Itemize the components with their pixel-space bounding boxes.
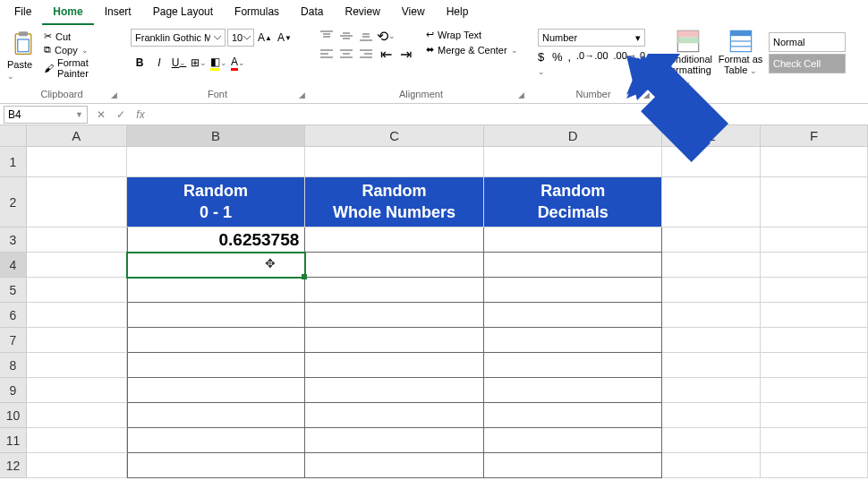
cell-b8[interactable] <box>127 353 306 378</box>
cell-f10[interactable] <box>761 403 868 428</box>
tab-help[interactable]: Help <box>436 0 480 25</box>
cell-b12[interactable] <box>127 453 306 478</box>
wrap-text-button[interactable]: ↩Wrap Text <box>426 29 518 40</box>
cell-d2[interactable]: Random Decimals <box>484 177 663 227</box>
row-header-11[interactable]: 11 <box>0 428 27 453</box>
cell-c10[interactable] <box>305 403 484 428</box>
col-header-a[interactable]: A <box>27 125 127 147</box>
alignment-dialog-launcher[interactable]: ◢ <box>518 90 529 101</box>
cell-e12[interactable] <box>662 453 761 478</box>
italic-button[interactable]: I <box>150 54 168 72</box>
cell-a12[interactable] <box>27 453 127 478</box>
cell-b11[interactable] <box>127 428 306 453</box>
tab-home[interactable]: Home <box>42 0 93 25</box>
cell-d10[interactable] <box>484 403 663 428</box>
number-format-select[interactable]: Number▾ <box>538 29 645 47</box>
cell-d1[interactable] <box>484 147 663 177</box>
row-header-12[interactable]: 12 <box>0 453 27 478</box>
cell-a9[interactable] <box>27 378 127 403</box>
col-header-e[interactable]: E <box>662 125 761 147</box>
underline-button[interactable]: U <box>170 54 188 72</box>
comma-button[interactable]: , <box>567 50 571 77</box>
merge-center-button[interactable]: ⬌Merge & Center <box>426 44 518 56</box>
cell-e3[interactable] <box>662 227 761 253</box>
cell-e4[interactable] <box>662 253 761 278</box>
align-bottom-button[interactable] <box>358 29 374 43</box>
cell-c1[interactable] <box>305 147 484 177</box>
align-middle-button[interactable] <box>338 29 354 43</box>
cell-a6[interactable] <box>27 303 127 328</box>
row-header-7[interactable]: 7 <box>0 328 27 353</box>
cell-a3[interactable] <box>27 227 127 253</box>
cell-a11[interactable] <box>27 428 127 453</box>
cell-d6[interactable] <box>484 303 663 328</box>
copy-button[interactable]: ⧉Copy <box>44 44 116 56</box>
select-all-corner[interactable] <box>0 125 27 147</box>
align-top-button[interactable] <box>319 29 335 43</box>
col-header-d[interactable]: D <box>484 125 663 147</box>
currency-button[interactable]: $ <box>538 50 547 77</box>
cell-d12[interactable] <box>484 453 663 478</box>
cell-f7[interactable] <box>761 328 868 353</box>
cell-e10[interactable] <box>662 403 761 428</box>
cell-f4[interactable] <box>761 253 868 278</box>
cell-styles-gallery[interactable]: Normal Check Cell <box>769 29 846 101</box>
style-normal[interactable]: Normal <box>769 32 846 52</box>
col-header-f[interactable]: F <box>761 125 868 147</box>
align-right-button[interactable] <box>358 47 374 61</box>
cell-b6[interactable] <box>127 303 306 328</box>
decrease-font-button[interactable]: A▼ <box>276 29 294 47</box>
formula-input[interactable] <box>150 106 868 124</box>
col-header-c[interactable]: C <box>305 125 484 147</box>
align-center-button[interactable] <box>338 47 354 61</box>
cell-f3[interactable] <box>761 227 868 253</box>
cell-c8[interactable] <box>305 353 484 378</box>
cell-a7[interactable] <box>27 328 127 353</box>
cell-a1[interactable] <box>27 147 127 177</box>
row-header-8[interactable]: 8 <box>0 353 27 378</box>
tab-page-layout[interactable]: Page Layout <box>142 0 224 25</box>
format-painter-button[interactable]: 🖌Format Painter <box>44 57 116 79</box>
cell-c11[interactable] <box>305 428 484 453</box>
cell-f2[interactable] <box>761 177 868 227</box>
cell-b3[interactable]: 0.6253758 <box>127 227 306 253</box>
cell-b4[interactable]: ✥ <box>127 253 306 278</box>
cell-f12[interactable] <box>761 453 868 478</box>
cell-a10[interactable] <box>27 403 127 428</box>
cell-f9[interactable] <box>761 378 868 403</box>
cell-d3[interactable] <box>484 227 663 253</box>
cell-d8[interactable] <box>484 353 663 378</box>
borders-button[interactable]: ⊞ <box>190 54 208 72</box>
cell-d11[interactable] <box>484 428 663 453</box>
row-header-5[interactable]: 5 <box>0 278 27 303</box>
cell-f5[interactable] <box>761 278 868 303</box>
cell-b1[interactable] <box>127 147 306 177</box>
cell-f6[interactable] <box>761 303 868 328</box>
increase-indent-button[interactable]: ⇥ <box>397 47 413 61</box>
font-name-select[interactable] <box>131 29 226 47</box>
cell-d7[interactable] <box>484 328 663 353</box>
row-header-3[interactable]: 3 <box>0 227 27 253</box>
format-as-table-button[interactable]: Format as Table <box>716 29 765 101</box>
row-header-9[interactable]: 9 <box>0 378 27 403</box>
tab-view[interactable]: View <box>391 0 436 25</box>
cell-e2[interactable] <box>662 177 761 227</box>
decrease-decimal-button[interactable]: .00→.0 <box>614 50 645 77</box>
tab-review[interactable]: Review <box>334 0 390 25</box>
cell-e7[interactable] <box>662 328 761 353</box>
cell-c3[interactable] <box>305 227 484 253</box>
row-header-1[interactable]: 1 <box>0 147 27 177</box>
row-header-10[interactable]: 10 <box>0 403 27 428</box>
percent-button[interactable]: % <box>552 50 563 77</box>
cell-e9[interactable] <box>662 378 761 403</box>
conditional-formatting-button[interactable]: Conditional Formatting <box>663 29 712 101</box>
name-box[interactable]: B4▼ <box>4 106 88 124</box>
style-check-cell[interactable]: Check Cell <box>769 54 846 73</box>
font-size-select[interactable] <box>227 29 254 47</box>
cell-e1[interactable] <box>662 147 761 177</box>
font-dialog-launcher[interactable]: ◢ <box>299 90 310 101</box>
cell-f8[interactable] <box>761 353 868 378</box>
fill-color-button[interactable]: ◧ <box>209 54 227 72</box>
cell-c9[interactable] <box>305 378 484 403</box>
cancel-formula-button[interactable]: ✕ <box>91 108 111 121</box>
